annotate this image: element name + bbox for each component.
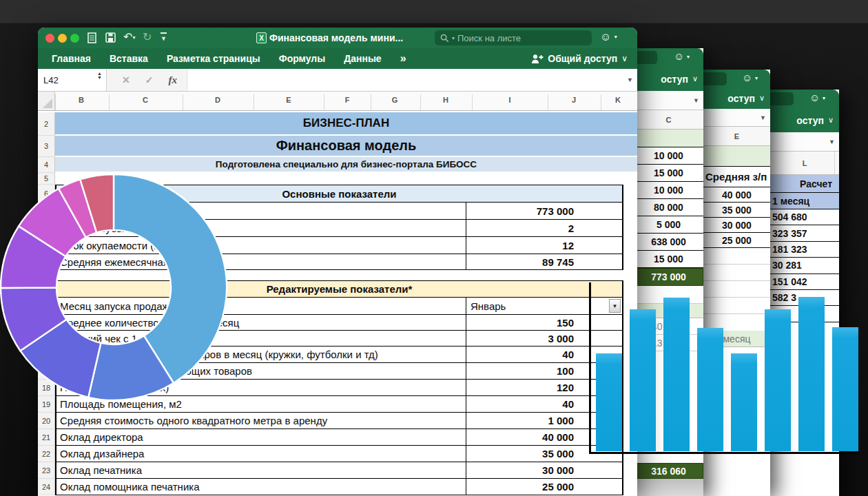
empty-green-cell[interactable] xyxy=(634,130,703,147)
subheader-cell[interactable]: 1 месяц xyxy=(770,193,839,209)
row-number[interactable]: 2 xyxy=(38,112,55,136)
tab-glavnaya[interactable]: Главная xyxy=(52,53,91,64)
select-all-corner[interactable] xyxy=(38,92,55,110)
header-cell[interactable]: Расчет xyxy=(770,175,839,193)
value-cell[interactable]: 40 xyxy=(466,347,622,362)
undo-icon[interactable]: ↶▾ xyxy=(123,30,135,43)
feedback-smiley-icon[interactable]: ☺ xyxy=(742,72,752,83)
sliver-value-cell[interactable]: 5 000 xyxy=(634,216,703,234)
sliver-value-cell[interactable]: 323 357 xyxy=(770,225,839,241)
column-header-C[interactable]: C xyxy=(143,96,148,104)
sliver-value-cell[interactable]: 181 323 xyxy=(770,242,839,258)
label-cell[interactable]: Оклад директора xyxy=(60,429,462,445)
value-cell[interactable]: 773 000 xyxy=(466,203,622,219)
dropdown-icon[interactable]: ▼ xyxy=(627,76,633,83)
column-header-I[interactable]: I xyxy=(508,96,510,104)
background-window-e[interactable]: ☺ ▾ оступ ∨ ▼ E Средняя з/п 40 00035 000… xyxy=(703,70,770,496)
sliver-value-cell[interactable]: 40 000 xyxy=(703,187,770,203)
new-workbook-icon[interactable] xyxy=(87,32,96,46)
value-cell[interactable]: 100 xyxy=(466,363,622,379)
hide-ribbon-icon[interactable]: ▼ xyxy=(161,32,167,42)
tab-dannye[interactable]: Данные xyxy=(344,53,381,64)
empty-cell[interactable] xyxy=(634,286,703,304)
sliver-value-cell[interactable]: 582 3 xyxy=(770,290,839,306)
value-cell[interactable]: 12 xyxy=(466,237,622,254)
sliver-value-cell[interactable]: 0 6 xyxy=(770,306,839,322)
column-header-G[interactable]: G xyxy=(392,96,398,104)
feedback-smiley-icon[interactable]: ☺ xyxy=(674,50,684,62)
value-cell[interactable]: 3 000 xyxy=(466,331,622,346)
empty-green-cell[interactable] xyxy=(703,146,770,167)
sliver-value-cell[interactable]: 10 000 xyxy=(634,182,703,199)
sliver-value-cell[interactable]: 151 042 xyxy=(770,274,839,290)
merged-title-cell[interactable]: БИЗНЕС-ПЛАН xyxy=(55,112,637,136)
name-box-stepper[interactable]: ▲▼ xyxy=(97,72,102,80)
row-number[interactable]: 21 xyxy=(38,429,55,446)
value-cell[interactable]: 150 xyxy=(466,315,622,330)
sliver-value-cell[interactable]: 10 000 xyxy=(634,147,703,165)
value-cell[interactable]: 40 xyxy=(466,396,622,412)
formula-input[interactable]: ▼ xyxy=(187,69,637,91)
sliver-value-cell[interactable]: 25 000 xyxy=(703,233,770,248)
window-e-column-header[interactable]: E xyxy=(703,127,770,146)
sliver-value-cell[interactable]: 15 000 xyxy=(634,165,703,182)
value-cell[interactable]: 2 xyxy=(466,220,622,236)
dropdown-icon[interactable]: ▼ xyxy=(693,97,699,104)
column-header-F[interactable]: F xyxy=(345,96,350,104)
value-cell[interactable]: 30 000 xyxy=(466,462,622,478)
footer-total-cell[interactable]: 316 060 xyxy=(634,463,703,479)
column-header-H[interactable]: H xyxy=(443,96,448,104)
dropdown-icon[interactable]: ▼ xyxy=(829,138,835,145)
row-number[interactable]: 23 xyxy=(38,462,55,479)
empty-cell[interactable] xyxy=(703,248,770,265)
background-window-l[interactable]: ☺ ▾ оступ ∨ ▼ L Расчет 1 месяц 504 68032… xyxy=(770,90,839,496)
redo-icon[interactable]: ↻ xyxy=(143,30,152,43)
empty-cell[interactable] xyxy=(703,265,770,281)
sliver-value-cell[interactable]: 30 000 xyxy=(703,218,770,233)
column-header-D[interactable]: D xyxy=(215,96,220,104)
sliver-value-cell[interactable]: 80 000 xyxy=(634,199,703,216)
window-e-formula-bar[interactable]: ▼ xyxy=(703,109,770,127)
month-combobox[interactable]: Январь▼ xyxy=(466,298,622,314)
zoom-button[interactable] xyxy=(70,34,79,43)
background-window-c[interactable]: ☺ ▾ оступ ∨ ▼ C 10 00015 00010 00080 000… xyxy=(634,48,703,496)
minimize-button[interactable] xyxy=(58,34,67,43)
value-cell[interactable]: 25 000 xyxy=(466,479,622,495)
more-tabs-button[interactable]: » xyxy=(400,52,406,65)
tab-formuly[interactable]: Формулы xyxy=(279,53,326,64)
tab-vstavka[interactable]: Вставка xyxy=(110,53,148,64)
value-cell[interactable]: 89 745 xyxy=(466,254,622,269)
total-cell[interactable]: 773 000 xyxy=(634,268,703,286)
sliver-value-cell[interactable]: 15 000 xyxy=(634,251,703,268)
sliver-value-cell[interactable]: 30 281 xyxy=(770,258,839,273)
row-number[interactable]: 3 xyxy=(38,136,55,157)
header-cell[interactable]: Средняя з/п xyxy=(703,167,770,187)
search-input[interactable]: ▾ Поиск на листе xyxy=(435,30,592,45)
sliver-value-cell[interactable]: 35 000 xyxy=(703,203,770,218)
column-header-E[interactable]: E xyxy=(286,96,291,104)
row-number[interactable]: 24 xyxy=(38,479,55,495)
sliver-value-cell[interactable]: 504 680 xyxy=(770,209,839,225)
window-l-column-header[interactable]: L xyxy=(770,152,839,175)
label-cell[interactable]: Средняя стоимость одного квадратного мет… xyxy=(60,413,462,428)
confirm-entry-icon[interactable]: ✓ xyxy=(145,74,154,85)
row-number[interactable]: 22 xyxy=(38,446,55,462)
cancel-entry-icon[interactable]: ✕ xyxy=(122,74,130,85)
value-cell[interactable]: 35 000 xyxy=(466,446,622,462)
insert-function-icon[interactable]: fx xyxy=(168,74,177,86)
tab-razmetka[interactable]: Разметка страницы xyxy=(167,53,260,64)
empty-cell[interactable] xyxy=(703,281,770,298)
faint-cell[interactable]: 40 xyxy=(634,318,703,335)
share-button[interactable]: Общий доступ ∨ xyxy=(531,48,628,69)
save-icon[interactable] xyxy=(105,32,116,45)
name-box[interactable]: L42 ▲▼ xyxy=(38,69,107,91)
window-l-formula-bar[interactable]: ▼ xyxy=(770,132,839,152)
value-cell[interactable]: 1 000 xyxy=(466,413,622,428)
value-cell[interactable]: 40 000 xyxy=(466,429,622,445)
empty-cell[interactable] xyxy=(703,314,770,331)
feedback-smiley-icon[interactable]: ☺ ▾ xyxy=(600,31,617,43)
merged-title-cell[interactable]: Финансовая модель xyxy=(55,136,637,157)
close-button[interactable] xyxy=(45,34,54,43)
label-cell[interactable]: Оклад помощника печатника xyxy=(60,479,462,495)
combobox-arrow-icon[interactable]: ▼ xyxy=(609,299,621,313)
